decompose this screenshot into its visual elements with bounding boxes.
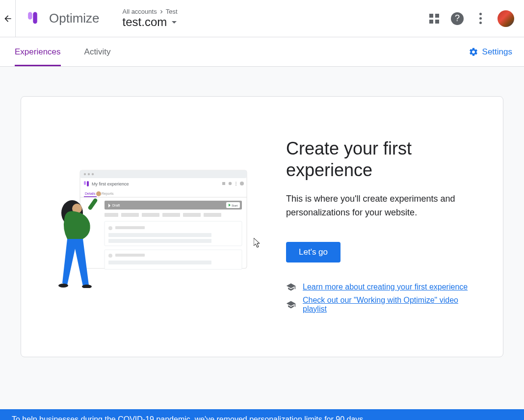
- avatar[interactable]: [498, 10, 514, 27]
- svg-text:Reports: Reports: [102, 192, 114, 196]
- gear-icon: [469, 47, 478, 57]
- apps-button[interactable]: [429, 14, 439, 24]
- svg-rect-29: [204, 213, 221, 217]
- svg-rect-3: [80, 170, 247, 178]
- graduation-cap-icon: [286, 282, 296, 292]
- svg-text:Start: Start: [232, 204, 238, 207]
- settings-link[interactable]: Settings: [469, 47, 512, 57]
- svg-point-12: [236, 182, 236, 183]
- tabs-bar: Experiences Activity Settings: [0, 37, 524, 67]
- container-selector[interactable]: test.com: [123, 15, 429, 29]
- svg-rect-28: [183, 213, 201, 217]
- tab-activity[interactable]: Activity: [79, 37, 116, 66]
- svg-rect-38: [108, 261, 211, 264]
- svg-point-42: [96, 191, 101, 196]
- onboarding-title: Create your first experience: [286, 138, 478, 181]
- breadcrumb-area: All accounts Test test.com: [111, 8, 429, 29]
- app-header: Optimize All accounts Test test.com ?: [0, 0, 524, 37]
- tab-experiences[interactable]: Experiences: [10, 37, 66, 66]
- svg-point-14: [236, 185, 236, 186]
- svg-point-36: [108, 254, 112, 258]
- svg-rect-33: [108, 233, 211, 237]
- caret-down-icon: [172, 21, 177, 24]
- onboarding-content: Create your first experience This is whe…: [286, 136, 478, 317]
- svg-rect-27: [162, 213, 180, 217]
- settings-label: Settings: [482, 47, 512, 57]
- back-button[interactable]: [0, 0, 16, 37]
- main: My first experience Details Reports Draf…: [0, 67, 524, 420]
- tabs: Experiences Activity: [0, 37, 469, 66]
- onboarding-description: This is where you'll create experiments …: [286, 192, 478, 219]
- product-name: Optimize: [49, 11, 100, 26]
- header-actions: ?: [429, 10, 514, 27]
- learn-row-1: Learn more about creating your first exp…: [286, 282, 478, 292]
- container-name: test.com: [123, 15, 167, 29]
- svg-text:Details: Details: [85, 192, 96, 195]
- banner-text: To help businesses during the COVID-19 p…: [12, 415, 366, 420]
- svg-rect-34: [108, 239, 211, 243]
- onboarding-card: My first experience Details Reports Draf…: [21, 96, 503, 357]
- more-button[interactable]: [475, 11, 486, 26]
- svg-rect-0: [28, 12, 32, 19]
- onboarding-illustration: My first experience Details Reports Draf…: [46, 136, 262, 317]
- svg-rect-35: [105, 250, 242, 269]
- learn-more-link[interactable]: Learn more about creating your first exp…: [303, 283, 468, 291]
- svg-rect-25: [121, 213, 139, 217]
- optimize-logo-icon: [26, 10, 42, 27]
- help-icon: ?: [451, 12, 464, 25]
- svg-rect-37: [115, 254, 145, 257]
- graduation-cap-icon: [286, 300, 296, 310]
- svg-rect-8: [87, 181, 89, 186]
- more-vert-icon: [475, 11, 486, 26]
- lets-go-button[interactable]: Let's go: [286, 242, 341, 262]
- breadcrumb-parent: All accounts: [123, 8, 157, 15]
- learn-row-2: Check out our "Working with Optimize" vi…: [286, 296, 478, 314]
- chevron-right-icon: [158, 8, 165, 15]
- svg-text:My first experience: My first experience: [92, 182, 129, 186]
- svg-rect-26: [142, 213, 159, 217]
- svg-point-6: [92, 173, 94, 175]
- svg-rect-10: [222, 182, 225, 185]
- help-button[interactable]: ?: [451, 12, 464, 25]
- svg-rect-1: [33, 12, 37, 24]
- svg-point-11: [229, 182, 232, 185]
- logo-area: Optimize: [16, 0, 111, 37]
- svg-rect-32: [115, 226, 145, 229]
- arrow-left-icon: [3, 14, 13, 24]
- svg-point-4: [84, 173, 86, 175]
- svg-point-31: [108, 226, 112, 230]
- svg-rect-7: [84, 181, 86, 185]
- svg-point-43: [58, 284, 68, 288]
- svg-point-15: [240, 182, 244, 185]
- video-playlist-link[interactable]: Check out our "Working with Optimize" vi…: [303, 296, 478, 314]
- svg-point-5: [88, 173, 90, 175]
- svg-point-13: [236, 184, 236, 184]
- svg-text:Draft: Draft: [112, 204, 120, 207]
- svg-rect-24: [105, 213, 118, 217]
- apps-grid-icon: [429, 14, 439, 24]
- covid-banner: To help businesses during the COVID-19 p…: [0, 409, 524, 420]
- breadcrumb-path[interactable]: All accounts Test: [123, 8, 429, 15]
- breadcrumb-child: Test: [166, 8, 178, 15]
- svg-rect-20: [105, 201, 242, 210]
